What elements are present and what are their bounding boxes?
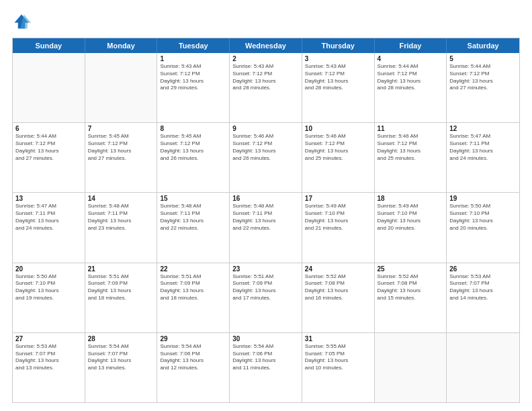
day-number: 24 — [305, 265, 371, 273]
day-info: Sunrise: 5:54 AM Sunset: 7:06 PM Dayligh… — [232, 343, 299, 372]
day-info: Sunrise: 5:46 AM Sunset: 7:12 PM Dayligh… — [378, 133, 444, 162]
day-info: Sunrise: 5:51 AM Sunset: 7:09 PM Dayligh… — [160, 273, 226, 302]
calendar-cell: 29Sunrise: 5:54 AM Sunset: 7:06 PM Dayli… — [157, 333, 230, 402]
calendar-cell: 2Sunrise: 5:43 AM Sunset: 7:12 PM Daylig… — [230, 53, 302, 122]
day-number: 1 — [160, 55, 226, 62]
day-info: Sunrise: 5:55 AM Sunset: 7:05 PM Dayligh… — [305, 343, 371, 372]
calendar: SundayMondayTuesdayWednesdayThursdayFrid… — [12, 38, 520, 403]
day-info: Sunrise: 5:48 AM Sunset: 7:11 PM Dayligh… — [232, 203, 299, 232]
day-number: 3 — [305, 55, 371, 62]
day-number: 2 — [232, 55, 299, 62]
weekday-header: Friday — [375, 38, 447, 53]
day-number: 10 — [305, 125, 371, 132]
day-info: Sunrise: 5:45 AM Sunset: 7:12 PM Dayligh… — [88, 133, 154, 162]
logo-icon — [12, 12, 31, 31]
day-number: 27 — [15, 335, 82, 342]
calendar-cell: 16Sunrise: 5:48 AM Sunset: 7:11 PM Dayli… — [230, 193, 302, 262]
day-info: Sunrise: 5:44 AM Sunset: 7:12 PM Dayligh… — [449, 63, 517, 92]
calendar-cell: 6Sunrise: 5:44 AM Sunset: 7:12 PM Daylig… — [13, 123, 85, 192]
day-info: Sunrise: 5:54 AM Sunset: 7:06 PM Dayligh… — [160, 343, 226, 372]
calendar-cell: 27Sunrise: 5:53 AM Sunset: 7:07 PM Dayli… — [13, 333, 85, 402]
day-number: 16 — [232, 195, 299, 202]
calendar-cell: 24Sunrise: 5:52 AM Sunset: 7:08 PM Dayli… — [302, 263, 375, 332]
weekday-header: Thursday — [302, 38, 375, 53]
calendar-cell: 7Sunrise: 5:45 AM Sunset: 7:12 PM Daylig… — [85, 123, 158, 192]
day-info: Sunrise: 5:54 AM Sunset: 7:07 PM Dayligh… — [88, 343, 154, 372]
day-number: 13 — [15, 195, 82, 202]
calendar-cell: 19Sunrise: 5:50 AM Sunset: 7:10 PM Dayli… — [447, 193, 519, 262]
day-info: Sunrise: 5:43 AM Sunset: 7:12 PM Dayligh… — [160, 63, 226, 92]
calendar-row: 13Sunrise: 5:47 AM Sunset: 7:11 PM Dayli… — [13, 192, 519, 262]
calendar-cell: 8Sunrise: 5:45 AM Sunset: 7:12 PM Daylig… — [157, 123, 230, 192]
day-info: Sunrise: 5:48 AM Sunset: 7:11 PM Dayligh… — [88, 203, 154, 232]
calendar-cell — [375, 333, 447, 402]
day-number: 11 — [378, 125, 444, 132]
day-number: 29 — [160, 335, 226, 342]
calendar-cell — [13, 53, 85, 122]
calendar-cell: 26Sunrise: 5:53 AM Sunset: 7:07 PM Dayli… — [447, 263, 519, 332]
calendar-cell: 31Sunrise: 5:55 AM Sunset: 7:05 PM Dayli… — [302, 333, 375, 402]
calendar-row: 6Sunrise: 5:44 AM Sunset: 7:12 PM Daylig… — [13, 122, 519, 192]
calendar-cell: 18Sunrise: 5:49 AM Sunset: 7:10 PM Dayli… — [375, 193, 447, 262]
day-info: Sunrise: 5:53 AM Sunset: 7:07 PM Dayligh… — [449, 273, 517, 302]
page: SundayMondayTuesdayWednesdayThursdayFrid… — [0, 0, 532, 411]
day-info: Sunrise: 5:47 AM Sunset: 7:11 PM Dayligh… — [15, 203, 82, 232]
day-number: 14 — [88, 195, 154, 202]
day-number: 26 — [449, 265, 517, 273]
day-number: 19 — [449, 195, 517, 202]
day-info: Sunrise: 5:51 AM Sunset: 7:09 PM Dayligh… — [88, 273, 154, 302]
calendar-cell: 9Sunrise: 5:46 AM Sunset: 7:12 PM Daylig… — [230, 123, 302, 192]
day-info: Sunrise: 5:47 AM Sunset: 7:11 PM Dayligh… — [449, 133, 517, 162]
weekday-header: Saturday — [447, 38, 519, 53]
day-info: Sunrise: 5:49 AM Sunset: 7:10 PM Dayligh… — [378, 203, 444, 232]
calendar-row: 20Sunrise: 5:50 AM Sunset: 7:10 PM Dayli… — [13, 263, 519, 332]
calendar-cell: 12Sunrise: 5:47 AM Sunset: 7:11 PM Dayli… — [447, 123, 519, 192]
day-number: 9 — [232, 125, 299, 132]
calendar-cell: 15Sunrise: 5:48 AM Sunset: 7:11 PM Dayli… — [157, 193, 230, 262]
weekday-header: Wednesday — [230, 38, 302, 53]
day-number: 15 — [160, 195, 226, 202]
day-number: 6 — [15, 125, 82, 132]
calendar-cell: 17Sunrise: 5:49 AM Sunset: 7:10 PM Dayli… — [302, 193, 375, 262]
day-info: Sunrise: 5:49 AM Sunset: 7:10 PM Dayligh… — [305, 203, 371, 232]
day-info: Sunrise: 5:48 AM Sunset: 7:11 PM Dayligh… — [160, 203, 226, 232]
day-info: Sunrise: 5:43 AM Sunset: 7:12 PM Dayligh… — [232, 63, 299, 92]
weekday-header: Tuesday — [157, 38, 230, 53]
day-info: Sunrise: 5:44 AM Sunset: 7:12 PM Dayligh… — [15, 133, 82, 162]
calendar-cell: 14Sunrise: 5:48 AM Sunset: 7:11 PM Dayli… — [85, 193, 158, 262]
day-info: Sunrise: 5:51 AM Sunset: 7:09 PM Dayligh… — [232, 273, 299, 302]
calendar-cell: 25Sunrise: 5:52 AM Sunset: 7:08 PM Dayli… — [375, 263, 447, 332]
day-info: Sunrise: 5:46 AM Sunset: 7:12 PM Dayligh… — [232, 133, 299, 162]
calendar-cell: 28Sunrise: 5:54 AM Sunset: 7:07 PM Dayli… — [85, 333, 158, 402]
day-number: 5 — [449, 55, 517, 62]
day-number: 7 — [88, 125, 154, 132]
day-number: 28 — [88, 335, 154, 342]
calendar-cell: 5Sunrise: 5:44 AM Sunset: 7:12 PM Daylig… — [447, 53, 519, 122]
calendar-cell: 30Sunrise: 5:54 AM Sunset: 7:06 PM Dayli… — [230, 333, 302, 402]
day-info: Sunrise: 5:43 AM Sunset: 7:12 PM Dayligh… — [305, 63, 371, 92]
day-number: 8 — [160, 125, 226, 132]
day-number: 17 — [305, 195, 371, 202]
day-number: 21 — [88, 265, 154, 273]
calendar-cell: 22Sunrise: 5:51 AM Sunset: 7:09 PM Dayli… — [157, 263, 230, 332]
calendar-row: 1Sunrise: 5:43 AM Sunset: 7:12 PM Daylig… — [13, 53, 519, 122]
day-info: Sunrise: 5:45 AM Sunset: 7:12 PM Dayligh… — [160, 133, 226, 162]
day-info: Sunrise: 5:50 AM Sunset: 7:10 PM Dayligh… — [15, 273, 82, 302]
calendar-cell: 21Sunrise: 5:51 AM Sunset: 7:09 PM Dayli… — [85, 263, 158, 332]
calendar-cell: 11Sunrise: 5:46 AM Sunset: 7:12 PM Dayli… — [375, 123, 447, 192]
calendar-cell: 1Sunrise: 5:43 AM Sunset: 7:12 PM Daylig… — [157, 53, 230, 122]
day-info: Sunrise: 5:50 AM Sunset: 7:10 PM Dayligh… — [449, 203, 517, 232]
calendar-cell: 10Sunrise: 5:46 AM Sunset: 7:12 PM Dayli… — [302, 123, 375, 192]
calendar-row: 27Sunrise: 5:53 AM Sunset: 7:07 PM Dayli… — [13, 332, 519, 402]
calendar-cell — [447, 333, 519, 402]
day-number: 18 — [378, 195, 444, 202]
day-number: 25 — [378, 265, 444, 273]
calendar-cell: 4Sunrise: 5:44 AM Sunset: 7:12 PM Daylig… — [375, 53, 447, 122]
calendar-cell: 23Sunrise: 5:51 AM Sunset: 7:09 PM Dayli… — [230, 263, 302, 332]
logo — [12, 12, 35, 31]
day-info: Sunrise: 5:46 AM Sunset: 7:12 PM Dayligh… — [305, 133, 371, 162]
day-info: Sunrise: 5:52 AM Sunset: 7:08 PM Dayligh… — [305, 273, 371, 302]
calendar-cell: 20Sunrise: 5:50 AM Sunset: 7:10 PM Dayli… — [13, 263, 85, 332]
header — [12, 12, 520, 31]
day-number: 12 — [449, 125, 517, 132]
